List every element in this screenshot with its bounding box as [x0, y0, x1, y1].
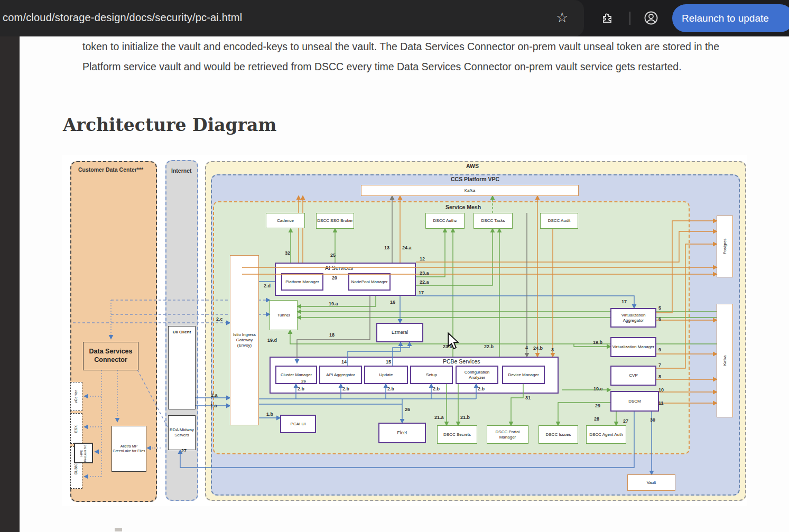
edge-label: 2.d: [264, 283, 271, 288]
edge-label: 2.b: [387, 386, 394, 391]
edge-label: 5: [658, 305, 661, 311]
edge-label: 6: [658, 316, 661, 322]
edge-label: 12: [420, 256, 425, 262]
edge-label: 27: [181, 448, 187, 453]
edge-label: 7: [658, 362, 661, 368]
partial-next-heading: [115, 528, 122, 531]
page-content: token to initialize the vault and encode…: [20, 36, 789, 532]
edge-label: 20: [332, 275, 337, 281]
profile-icon[interactable]: [644, 11, 658, 27]
edge-label: 2.b: [298, 386, 304, 391]
mouse-cursor: [447, 332, 462, 350]
edge-label: 16: [390, 300, 395, 305]
edge-label: 2.b: [342, 386, 349, 391]
edge-label: 22.a: [420, 279, 429, 285]
edge-label: 17: [621, 299, 627, 304]
edge-label: 1.b: [266, 412, 273, 417]
edge-label: 1.a: [210, 403, 217, 408]
edge-label: 26: [405, 407, 410, 412]
bookmark-star-icon[interactable]: ☆: [556, 10, 568, 26]
edge-label: 23.a: [420, 270, 429, 276]
edge-label: 25: [330, 253, 336, 258]
edge-label: 26: [301, 379, 306, 384]
address-bar[interactable]: com/cloud/storage-design/docs/security/p…: [0, 0, 584, 36]
edge-label: 31: [525, 395, 531, 400]
architecture-diagram: Customer Data Center*** Internet AWS CCS…: [62, 155, 747, 506]
edge-label: 4: [525, 345, 528, 350]
extensions-puzzle-icon[interactable]: [601, 12, 614, 26]
edge-label: 11: [658, 400, 664, 406]
edge-label: 2.b: [433, 386, 440, 391]
edge-label: 28: [594, 416, 599, 422]
edge-label: 21.b: [460, 415, 470, 420]
edge-label: 10: [658, 387, 664, 393]
connector-lines-over: [62, 155, 747, 506]
edge-label: 2.c: [216, 316, 223, 322]
relaunch-to-update-button[interactable]: Relaunch to update: [672, 4, 789, 32]
toolbar-divider: [629, 12, 630, 25]
edge-label: 3: [551, 347, 554, 352]
edge-label: 15: [386, 359, 391, 365]
edge-label: 14: [341, 359, 347, 365]
edge-label: 13: [384, 245, 389, 250]
edge-label: 32: [285, 250, 290, 256]
url-text[interactable]: com/cloud/storage-design/docs/security/p…: [3, 12, 242, 24]
edge-label: 9: [658, 347, 661, 352]
edge-label: 29: [595, 403, 600, 408]
page-title: Architecture Diagram: [63, 115, 276, 135]
edge-label: 19.d: [267, 338, 277, 343]
edge-label: 18: [329, 332, 335, 338]
edge-label: 24.a: [402, 245, 412, 250]
edge-label: 22.b: [484, 344, 494, 349]
edge-label: 2.a: [211, 393, 218, 398]
edge-label: 17: [419, 290, 424, 295]
edge-label: 2.b: [478, 386, 485, 391]
edge-label: 21.a: [434, 415, 444, 420]
edge-label: 19.b: [593, 340, 602, 345]
edge-label: 30: [650, 417, 655, 423]
browser-toolbar: com/cloud/storage-design/docs/security/p…: [0, 0, 789, 36]
edge-label: 8: [658, 374, 661, 379]
edge-label: 24.b: [533, 346, 543, 351]
edge-label: 19.a: [329, 301, 338, 306]
body-paragraph: token to initialize the vault and encode…: [82, 36, 759, 77]
edge-label: 27: [623, 418, 628, 424]
edge-label: 19.c: [593, 386, 603, 391]
